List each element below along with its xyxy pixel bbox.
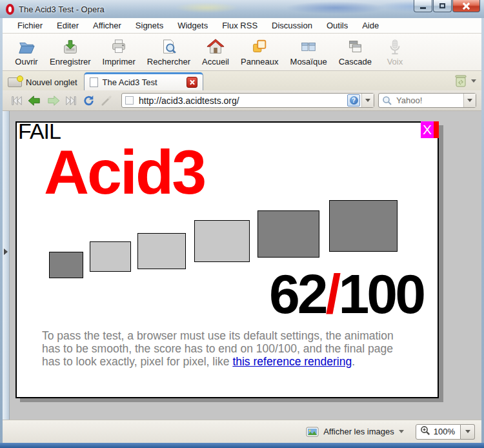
tile-button[interactable]: Mosaïque: [285, 36, 333, 68]
tool-label: Mosaïque: [290, 57, 327, 66]
tool-label: Accueil: [202, 57, 229, 66]
panel-expand-arrow-icon: [4, 249, 8, 255]
x-marker-letter: X: [421, 121, 434, 138]
tab-bar: Nouvel onglet The Acid3 Test: [3, 71, 481, 90]
chevron-down-icon: [465, 430, 470, 433]
gray-box: [257, 210, 319, 258]
tool-label: Voix: [387, 57, 403, 66]
find-button[interactable]: Rechercher: [141, 36, 196, 68]
address-bar[interactable]: http://acid3.acidtests.org/ ?: [121, 93, 374, 108]
new-tab-button[interactable]: Nouvel onglet: [3, 74, 84, 90]
search-box[interactable]: Yahoo!: [378, 93, 476, 108]
tool-label: Panneaux: [241, 57, 279, 66]
print-button[interactable]: Imprimer: [97, 36, 141, 68]
voice-button: Voix: [378, 36, 412, 68]
score-total: 100: [339, 263, 424, 325]
cascade-button[interactable]: Cascade: [333, 36, 378, 68]
content-viewport: FAIL X Acid3 62/100 To pass the test, a …: [3, 111, 481, 420]
show-images-button[interactable]: Afficher les images: [301, 425, 409, 439]
zoom-dropdown-button[interactable]: [461, 424, 475, 440]
tool-label: Cascade: [339, 57, 372, 66]
tab-close-button[interactable]: [187, 77, 197, 88]
zoom-control[interactable]: 100%: [416, 424, 475, 440]
forward-button: [44, 93, 62, 108]
menu-item[interactable]: Fichier: [10, 19, 50, 32]
score-text: 62/100: [269, 266, 423, 321]
reference-rendering-link[interactable]: this reference rendering: [232, 355, 352, 368]
gray-box: [90, 241, 131, 272]
status-bar: Afficher les images 100%: [3, 420, 481, 443]
open-button[interactable]: Ouvrir: [9, 36, 44, 68]
panel-toggle-strip[interactable]: [3, 111, 10, 420]
zoom-field[interactable]: 100%: [416, 424, 461, 440]
score-value: 62: [269, 263, 326, 325]
gray-box: [329, 200, 398, 252]
main-toolbar: Ouvrir Enregistrer Imprimer Rechercher A…: [3, 34, 481, 71]
tool-label: Imprimer: [103, 57, 136, 66]
home-icon: [206, 38, 225, 56]
browser-window: The Acid3 Test - Opera FichierEditerAffi…: [0, 0, 484, 448]
menu-item[interactable]: Aide: [355, 19, 386, 32]
cascade-windows-icon: [345, 38, 365, 56]
home-button[interactable]: Accueil: [196, 36, 235, 68]
maximize-button[interactable]: [433, 0, 452, 12]
zoom-in-icon: [420, 425, 434, 438]
help-button[interactable]: ?: [347, 94, 360, 107]
gray-box: [194, 220, 250, 262]
address-url[interactable]: http://acid3.acidtests.org/: [139, 96, 347, 106]
fast-forward-button: [62, 93, 80, 108]
tile-windows-icon: [299, 38, 318, 56]
tool-label: Enregistrer: [50, 57, 91, 66]
tab-label: The Acid3 Test: [103, 77, 157, 87]
microphone-icon: [385, 38, 405, 56]
search-engine-label[interactable]: Yahoo!: [396, 96, 463, 105]
gray-box: [49, 252, 83, 278]
gray-box: [137, 233, 186, 269]
help-icon: ?: [350, 96, 358, 105]
menu-item[interactable]: Discussion: [265, 19, 319, 32]
menu-item[interactable]: Afficher: [86, 19, 128, 32]
panels-icon: [250, 38, 269, 56]
save-button[interactable]: Enregistrer: [44, 36, 97, 68]
panels-button[interactable]: Panneaux: [235, 36, 285, 68]
image-icon: [306, 427, 323, 437]
tool-label: Rechercher: [147, 57, 190, 66]
new-tab-icon: [8, 77, 22, 87]
close-button[interactable]: [452, 0, 480, 12]
save-icon: [61, 38, 80, 56]
minimize-icon: [420, 7, 426, 9]
menu-item[interactable]: Outils: [319, 19, 355, 32]
maximize-icon: [439, 3, 445, 8]
close-icon: [463, 3, 470, 10]
back-button[interactable]: [26, 93, 44, 108]
printer-icon: [109, 38, 128, 56]
paragraph-period: .: [352, 355, 355, 368]
menu-item[interactable]: Editer: [50, 19, 86, 32]
rewind-button: [8, 93, 26, 108]
reload-button[interactable]: [80, 93, 98, 108]
wand-button: [98, 93, 116, 108]
opera-logo-icon: [6, 4, 14, 15]
search-document-icon: [159, 38, 178, 56]
address-dropdown-button[interactable]: [361, 94, 374, 107]
menu-item[interactable]: Signets: [128, 19, 170, 32]
closed-tabs-trash-icon[interactable]: [453, 73, 469, 88]
trash-dropdown-icon[interactable]: [471, 79, 476, 83]
chevron-down-icon: [365, 99, 370, 102]
title-bar[interactable]: The Acid3 Test - Opera: [0, 0, 484, 18]
search-dropdown-button[interactable]: [463, 94, 476, 107]
chevron-down-icon: [467, 99, 472, 102]
zoom-level: 100%: [434, 427, 455, 436]
show-images-label: Afficher les images: [323, 427, 394, 436]
open-folder-icon: [17, 38, 36, 56]
navigation-bar: http://acid3.acidtests.org/ ? Yahoo!: [3, 90, 481, 111]
menu-item[interactable]: Widgets: [170, 19, 215, 32]
images-dropdown-icon: [399, 430, 404, 433]
new-tab-label: Nouvel onglet: [26, 77, 77, 87]
tab-acid3[interactable]: The Acid3 Test: [84, 72, 203, 90]
window-bottom-border: [0, 443, 484, 448]
menu-item[interactable]: Flux RSS: [215, 19, 265, 32]
page-icon: [90, 77, 98, 87]
window-title: The Acid3 Test - Opera: [19, 5, 105, 14]
minimize-button[interactable]: [414, 0, 432, 12]
